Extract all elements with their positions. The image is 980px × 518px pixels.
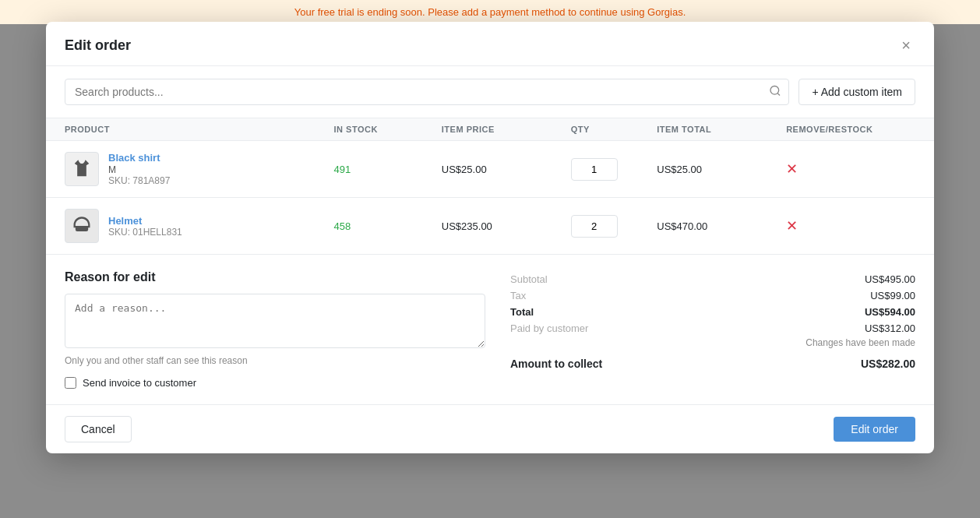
tax-label: Tax [510, 290, 526, 301]
instock-shirt: 491 [334, 164, 442, 175]
paid-value: US$312.00 [865, 322, 915, 334]
col-itemtotal: ITEM TOTAL [657, 125, 786, 134]
search-input[interactable] [65, 79, 789, 105]
svg-point-0 [770, 86, 779, 95]
reason-section: Reason for edit Only you and other staff… [65, 270, 485, 389]
table-row: Helmet SKU: 01HELL831 458 US$235.00 US$4… [46, 198, 934, 255]
paid-label: Paid by customer [510, 322, 588, 334]
search-icon [769, 85, 781, 100]
amount-row: Amount to collect US$282.00 [510, 358, 915, 370]
modal-header: Edit order × [46, 22, 934, 66]
table-row: Black shirt M SKU: 781A897 491 US$25.00 … [46, 141, 934, 198]
table-header: PRODUCT IN STOCK ITEM PRICE QTY ITEM TOT… [46, 118, 934, 141]
cancel-button[interactable]: Cancel [65, 416, 132, 442]
product-variant-shirt: M [108, 164, 170, 175]
product-name-shirt: Black shirt [108, 152, 170, 164]
qty-row-shirt [571, 158, 657, 181]
remove-cell-helmet: ✕ [786, 219, 915, 233]
amount-value: US$282.00 [861, 358, 915, 370]
modal-title: Edit order [65, 37, 131, 54]
send-invoice-checkbox[interactable] [65, 377, 76, 389]
svg-line-1 [778, 93, 781, 96]
reason-help-text: Only you and other staff can see this re… [65, 355, 485, 366]
modal-footer: Cancel Edit order [46, 404, 934, 453]
edit-order-button[interactable]: Edit order [834, 417, 915, 442]
col-itemprice: ITEM PRICE [442, 125, 571, 134]
product-info-helmet: Helmet SKU: 01HELL831 [65, 209, 334, 243]
product-name-helmet: Helmet [108, 215, 182, 227]
add-custom-item-button[interactable]: + Add custom item [798, 79, 915, 105]
product-sku-shirt: SKU: 781A897 [108, 175, 170, 186]
product-sku-helmet: SKU: 01HELL831 [108, 227, 182, 238]
paid-row: Paid by customer US$312.00 [510, 322, 915, 334]
total-label: Total [510, 306, 534, 318]
remove-cell-shirt: ✕ [786, 162, 915, 176]
summary-section: Subtotal US$495.00 Tax US$99.00 Total US… [510, 270, 915, 389]
changes-note: Changes have been made [510, 337, 915, 348]
total-helmet: US$470.00 [657, 220, 786, 232]
price-shirt: US$25.00 [442, 164, 571, 175]
product-thumb-helmet [65, 209, 99, 243]
subtotal-row: Subtotal US$495.00 [510, 273, 915, 285]
search-wrapper [65, 79, 789, 105]
close-button[interactable]: × [897, 36, 915, 55]
modal-body: Reason for edit Only you and other staff… [46, 255, 934, 404]
amount-label: Amount to collect [510, 358, 602, 370]
remove-button-helmet[interactable]: ✕ [786, 219, 798, 233]
invoice-label: Send invoice to customer [83, 377, 196, 389]
product-info-shirt: Black shirt M SKU: 781A897 [65, 152, 334, 186]
col-qty: QTY [571, 125, 657, 134]
product-thumb-shirt [65, 152, 99, 186]
instock-helmet: 458 [334, 220, 442, 232]
col-product: PRODUCT [65, 125, 334, 134]
total-shirt: US$25.00 [657, 164, 786, 175]
col-instock: IN STOCK [334, 125, 442, 134]
tax-row: Tax US$99.00 [510, 290, 915, 301]
price-helmet: US$235.00 [442, 220, 571, 232]
qty-input-shirt[interactable] [571, 158, 618, 181]
qty-row-helmet [571, 215, 657, 238]
trial-banner: Your free trial is ending soon. Please a… [0, 0, 980, 24]
reason-textarea[interactable] [65, 294, 485, 348]
remove-button-shirt[interactable]: ✕ [786, 162, 798, 176]
tax-value: US$99.00 [870, 290, 915, 301]
edit-order-modal: Edit order × + Add custom item PRODUCT I… [46, 22, 934, 453]
table-body: Black shirt M SKU: 781A897 491 US$25.00 … [46, 141, 934, 255]
reason-title: Reason for edit [65, 270, 485, 284]
col-removerestock: REMOVE/RESTOCK [786, 125, 915, 134]
total-value: US$594.00 [865, 306, 915, 318]
total-row: Total US$594.00 [510, 306, 915, 318]
invoice-row: Send invoice to customer [65, 377, 485, 389]
qty-input-helmet[interactable] [571, 215, 618, 238]
subtotal-value: US$495.00 [865, 273, 915, 285]
search-row: + Add custom item [46, 66, 934, 118]
subtotal-label: Subtotal [510, 273, 548, 285]
